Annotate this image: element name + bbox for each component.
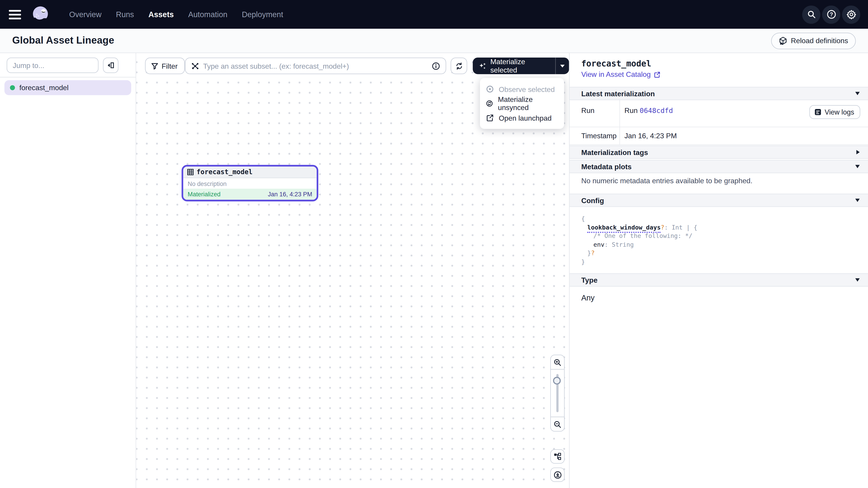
run-prefix: Run [624, 106, 638, 115]
nav-links: Overview Runs Assets Automation Deployme… [69, 10, 283, 19]
nav-item-runs[interactable]: Runs [116, 10, 134, 19]
materialized-status: Materialized [188, 191, 220, 197]
asset-graph-icon [191, 62, 199, 70]
config-line: { [581, 215, 698, 223]
zoom-out-icon [554, 420, 561, 428]
metadata-plots-heading: Metadata plots [581, 162, 631, 171]
materialize-selected-button[interactable]: Materialize selected [473, 58, 556, 74]
download-image-button[interactable] [550, 467, 565, 482]
materialized-timestamp: Jan 16, 4:23 PM [268, 191, 312, 197]
open-launchpad-label: Open launchpad [499, 113, 552, 122]
chevron-down-icon [855, 165, 860, 168]
section-materialization-tags[interactable]: Materialization tags [569, 145, 868, 159]
materialization-detail-rows: Run Run 0648cdfd View logs [569, 100, 868, 145]
nav-item-automation[interactable]: Automation [188, 10, 227, 19]
settings-gear-icon[interactable] [842, 5, 860, 24]
collapse-panel-icon [107, 61, 115, 69]
asset-node-description: No description [183, 178, 317, 189]
view-in-asset-catalog-label: View in Asset Catalog [581, 70, 651, 78]
zoom-out-button[interactable] [551, 417, 564, 431]
reload-definitions-button[interactable]: Reload definitions [771, 32, 856, 49]
type-heading: Type [581, 276, 597, 284]
section-type[interactable]: Type [569, 273, 868, 287]
materialization-tags-heading: Materialization tags [581, 148, 648, 156]
materialize-unsynced-label: Materialize unsynced [498, 95, 558, 111]
config-line: }? [581, 249, 698, 258]
materialize-selected-label: Materialize selected [490, 58, 549, 74]
materialize-dropdown-toggle[interactable] [556, 58, 569, 74]
filter-label: Filter [162, 62, 178, 70]
chevron-down-icon [855, 92, 860, 95]
refresh-button[interactable] [451, 58, 467, 74]
filter-button[interactable]: Filter [145, 58, 185, 74]
zoom-in-button[interactable] [551, 355, 564, 369]
zoom-slider-knob[interactable] [553, 377, 561, 385]
search-icon[interactable] [802, 5, 820, 24]
chevron-down-icon [855, 278, 860, 282]
download-circle-icon [553, 470, 562, 479]
asset-node-status-row: Materialized Jan 16, 4:23 PM [183, 189, 317, 200]
materialize-selected-split-button: Materialize selected [473, 58, 569, 74]
config-line: lookback_window_days?: Int | { [581, 223, 698, 232]
run-row-label: Run [581, 106, 594, 115]
config-key-lookback-window-days[interactable]: lookback_window_days [587, 224, 660, 233]
reload-definitions-label: Reload definitions [791, 37, 848, 45]
section-config[interactable]: Config [569, 194, 868, 207]
chevron-down-icon [855, 199, 860, 202]
type-value: Any [581, 293, 594, 302]
zoom-in-icon [554, 358, 561, 366]
filter-funnel-icon [151, 62, 158, 70]
sync-circle-icon [486, 100, 493, 107]
main-area: forecast_model Filter [0, 53, 868, 488]
config-code-block: { lookback_window_days?: Int | { /* One … [581, 215, 698, 266]
menu-item-open-launchpad[interactable]: Open launchpad [480, 111, 564, 125]
svg-text:?: ? [830, 11, 833, 18]
asset-node-forecast-model[interactable]: forecast_model No description Materializ… [182, 165, 318, 201]
info-icon[interactable] [432, 62, 440, 70]
collapse-panel-button[interactable] [103, 58, 119, 73]
section-latest-materialization[interactable]: Latest materialization [569, 87, 868, 100]
menu-item-materialize-unsynced[interactable]: Materialize unsynced [480, 96, 564, 111]
external-link-icon [486, 114, 494, 122]
menu-item-observe-selected[interactable]: Observe selected [480, 82, 564, 96]
latest-materialization-heading: Latest materialization [581, 90, 655, 98]
refresh-icon [455, 62, 463, 70]
materialize-dropdown-menu: Observe selected Materialize unsynced [480, 78, 564, 129]
chevron-right-icon [857, 150, 860, 155]
nav-item-overview[interactable]: Overview [69, 10, 101, 19]
app-window: Overview Runs Assets Automation Deployme… [0, 0, 868, 488]
lineage-canvas[interactable]: Filter [136, 53, 569, 488]
sidebar-item-forecast-model[interactable]: forecast_model [4, 80, 131, 95]
timestamp-row-label: Timestamp [581, 132, 616, 140]
config-heading: Config [581, 196, 604, 204]
rearrange-layout-button[interactable] [550, 449, 565, 464]
sparkles-icon [479, 62, 487, 70]
top-nav: Overview Runs Assets Automation Deployme… [0, 0, 868, 29]
view-in-asset-catalog-link[interactable]: View in Asset Catalog [581, 70, 660, 78]
top-nav-actions: ? [802, 5, 860, 24]
config-key-env: env [593, 241, 604, 248]
chevron-down-icon [560, 64, 565, 67]
view-logs-button[interactable]: View logs [809, 105, 860, 119]
section-metadata-plots[interactable]: Metadata plots [569, 160, 868, 173]
timestamp-value: Jan 16, 4:23 PM [624, 132, 677, 140]
sidebar-header [0, 53, 135, 77]
run-link[interactable]: Run 0648cdfd [624, 106, 673, 115]
asset-status-dot [10, 85, 15, 90]
hamburger-menu-icon[interactable] [9, 8, 22, 21]
help-icon[interactable]: ? [822, 5, 840, 24]
timestamp-row: Timestamp Jan 16, 4:23 PM [569, 127, 868, 145]
asset-subset-input[interactable] [203, 62, 428, 70]
run-id[interactable]: 0648cdfd [640, 106, 673, 115]
nav-item-assets[interactable]: Assets [148, 10, 174, 19]
view-logs-label: View logs [825, 108, 854, 116]
zoom-slider[interactable] [551, 369, 564, 417]
graph-layout-icon [554, 453, 561, 460]
jump-to-input[interactable] [6, 58, 98, 73]
asset-sidebar: forecast_model [0, 53, 136, 488]
asset-detail-panel: forecast_model View in Asset Catalog Lat… [569, 53, 868, 488]
zoom-control-group [550, 355, 565, 431]
nav-item-deployment[interactable]: Deployment [242, 10, 283, 19]
dagster-logo-icon[interactable] [30, 4, 51, 25]
panel-asset-title: forecast_model [581, 59, 651, 69]
